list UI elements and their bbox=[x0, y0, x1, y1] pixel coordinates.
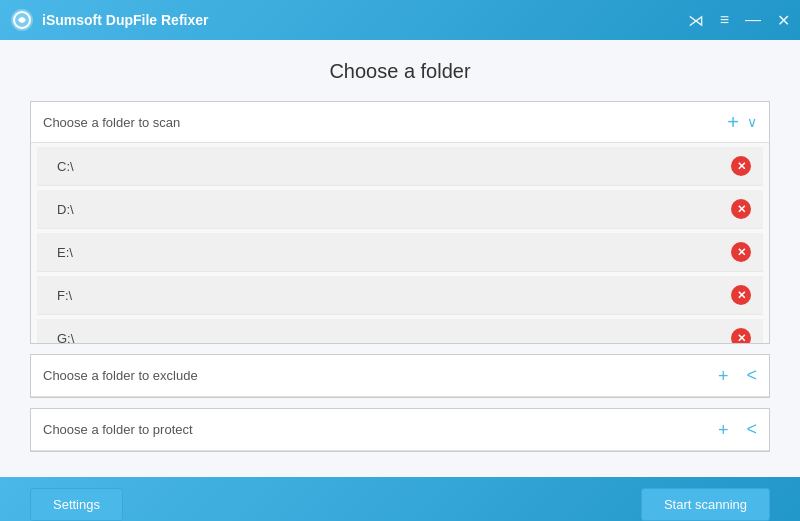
table-row: F:\ bbox=[37, 276, 763, 315]
protect-panel-chevron-icon[interactable]: < bbox=[746, 419, 757, 440]
protect-actions: + < bbox=[718, 419, 757, 440]
folder-exclude-header: Choose a folder to exclude + < bbox=[31, 355, 769, 397]
exclude-panel-chevron-icon[interactable]: < bbox=[746, 365, 757, 386]
folder-path: C:\ bbox=[57, 159, 731, 174]
folder-protect-header: Choose a folder to protect + < bbox=[31, 409, 769, 451]
start-scanning-button[interactable]: Start scanning bbox=[641, 488, 770, 521]
app-logo bbox=[10, 8, 34, 32]
folder-path: F:\ bbox=[57, 288, 731, 303]
table-row: E:\ bbox=[37, 233, 763, 272]
folder-path: G:\ bbox=[57, 331, 731, 344]
remove-folder-button[interactable] bbox=[731, 242, 751, 262]
add-protect-folder-button[interactable]: + bbox=[718, 421, 729, 439]
settings-button[interactable]: Settings bbox=[30, 488, 123, 521]
window-controls: ⋊ ≡ — ✕ bbox=[688, 11, 790, 30]
add-scan-folder-button[interactable]: + bbox=[727, 112, 739, 132]
share-icon[interactable]: ⋊ bbox=[688, 11, 704, 30]
exclude-actions: + < bbox=[718, 365, 757, 386]
menu-icon[interactable]: ≡ bbox=[720, 11, 729, 29]
bottom-bar: Settings Start scanning bbox=[0, 477, 800, 521]
app-title: iSumsoft DupFile Refixer bbox=[42, 12, 688, 28]
folder-protect-label: Choose a folder to protect bbox=[43, 422, 718, 437]
folder-path: E:\ bbox=[57, 245, 731, 260]
main-content: Choose a folder Choose a folder to scan … bbox=[0, 40, 800, 477]
folder-protect-panel: Choose a folder to protect + < bbox=[30, 408, 770, 452]
table-row: G:\ bbox=[37, 319, 763, 343]
folder-scan-panel: Choose a folder to scan + ∨ C:\ D:\ E:\ … bbox=[30, 101, 770, 344]
close-icon[interactable]: ✕ bbox=[777, 11, 790, 30]
scan-panel-chevron-icon[interactable]: ∨ bbox=[747, 114, 757, 130]
table-row: D:\ bbox=[37, 190, 763, 229]
remove-folder-button[interactable] bbox=[731, 328, 751, 343]
page-title: Choose a folder bbox=[30, 60, 770, 83]
title-bar: iSumsoft DupFile Refixer ⋊ ≡ — ✕ bbox=[0, 0, 800, 40]
remove-folder-button[interactable] bbox=[731, 199, 751, 219]
minimize-icon[interactable]: — bbox=[745, 11, 761, 29]
folder-scan-label: Choose a folder to scan bbox=[43, 115, 727, 130]
folder-exclude-label: Choose a folder to exclude bbox=[43, 368, 718, 383]
folder-exclude-panel: Choose a folder to exclude + < bbox=[30, 354, 770, 398]
scan-folder-list: C:\ D:\ E:\ F:\ G:\ bbox=[31, 143, 769, 343]
remove-folder-button[interactable] bbox=[731, 156, 751, 176]
add-exclude-folder-button[interactable]: + bbox=[718, 367, 729, 385]
folder-path: D:\ bbox=[57, 202, 731, 217]
folder-scan-header: Choose a folder to scan + ∨ bbox=[31, 102, 769, 143]
table-row: C:\ bbox=[37, 147, 763, 186]
remove-folder-button[interactable] bbox=[731, 285, 751, 305]
